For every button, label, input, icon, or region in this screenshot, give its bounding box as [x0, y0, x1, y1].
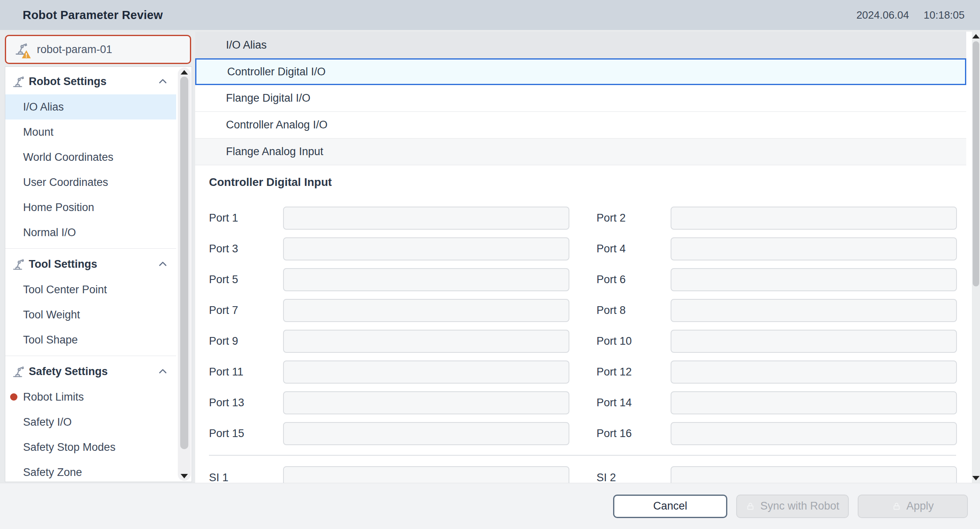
port-input-13[interactable]	[283, 391, 569, 414]
port-input-5[interactable]	[283, 268, 569, 291]
sidebar-item-label: Safety I/O	[23, 416, 72, 429]
tab-label: Flange Digital I/O	[226, 92, 311, 105]
footer-bar: Cancel Sync with Robot Apply	[0, 483, 980, 529]
scroll-down-icon[interactable]	[972, 476, 980, 480]
port-label: Port 6	[597, 273, 671, 286]
scroll-up-icon[interactable]	[181, 70, 188, 75]
section-tool-settings: Tool Settings Tool Center Point Tool Wei…	[5, 248, 176, 352]
sidebar-item-label: World Coordinates	[23, 151, 113, 164]
port-input-11[interactable]	[283, 360, 569, 384]
section-safety-settings: Safety Settings Robot Limits Safety I/O …	[5, 356, 176, 482]
lock-icon	[892, 501, 901, 511]
app-header: Robot Parameter Review 2024.06.04 10:18:…	[0, 0, 980, 30]
si-input-2[interactable]	[671, 466, 957, 483]
param-name-field[interactable]: robot-param-01	[5, 35, 191, 64]
chevron-up-icon[interactable]	[158, 76, 168, 87]
port-input-4[interactable]	[671, 237, 957, 260]
divider	[209, 455, 956, 456]
si-input-1[interactable]	[283, 466, 569, 483]
section-header-tool-settings[interactable]: Tool Settings	[5, 251, 176, 277]
sidebar-scrollbar-thumb[interactable]	[180, 77, 188, 449]
scroll-up-icon[interactable]	[972, 34, 980, 38]
main-panel: I/O Alias Controller Digital I/O Flange …	[195, 32, 972, 483]
robot-icon	[11, 257, 26, 271]
sidebar-item-mount[interactable]: Mount	[5, 119, 176, 145]
port-label: Port 7	[209, 304, 283, 317]
datetime: 2024.06.04 10:18:05	[856, 9, 965, 21]
sidebar-item-safety-stop-modes[interactable]: Safety Stop Modes	[5, 435, 176, 460]
tab-controller-digital-io[interactable]: Controller Digital I/O	[195, 58, 966, 85]
tab-controller-analog-io[interactable]: Controller Analog I/O	[195, 112, 966, 139]
port-grid: Port 1 Port 2 Port 3 Port 4 Port 5 Port …	[209, 207, 972, 445]
sync-with-robot-button[interactable]: Sync with Robot	[736, 495, 849, 518]
sidebar-item-io-alias[interactable]: I/O Alias	[5, 94, 176, 119]
robot-icon	[11, 74, 26, 89]
port-input-15[interactable]	[283, 422, 569, 445]
section-header-safety-settings[interactable]: Safety Settings	[5, 358, 176, 384]
sidebar-item-home-position[interactable]: Home Position	[5, 195, 176, 220]
port-input-3[interactable]	[283, 237, 569, 260]
sidebar-item-safety-io[interactable]: Safety I/O	[5, 410, 176, 435]
port-input-12[interactable]	[671, 360, 957, 384]
tab-flange-analog-input[interactable]: Flange Analog Input	[195, 139, 966, 165]
port-label: Port 13	[209, 397, 283, 409]
port-input-16[interactable]	[671, 422, 957, 445]
port-input-1[interactable]	[283, 207, 569, 230]
cancel-label: Cancel	[653, 500, 687, 512]
section-header-robot-settings[interactable]: Robot Settings	[5, 68, 176, 94]
port-label: Port 2	[597, 212, 671, 224]
scroll-down-icon[interactable]	[181, 474, 188, 478]
sidebar-item-label: Tool Weight	[23, 309, 80, 321]
sidebar-item-label: I/O Alias	[23, 101, 64, 113]
port-label: Port 1	[209, 212, 283, 224]
apply-button[interactable]: Apply	[858, 495, 968, 518]
sidebar-item-tool-center-point[interactable]: Tool Center Point	[5, 277, 176, 302]
sidebar-item-label: Normal I/O	[23, 226, 76, 239]
time-label: 10:18:05	[924, 9, 965, 21]
port-input-8[interactable]	[671, 299, 957, 322]
sidebar-item-user-coordinates[interactable]: User Coordinates	[5, 170, 176, 195]
sidebar-item-safety-zone[interactable]: Safety Zone	[5, 460, 176, 482]
port-label: Port 3	[209, 243, 283, 255]
port-input-2[interactable]	[671, 207, 957, 230]
sidebar-item-label: Robot Limits	[23, 391, 84, 403]
port-input-14[interactable]	[671, 391, 957, 414]
sidebar-item-world-coordinates[interactable]: World Coordinates	[5, 145, 176, 170]
param-name-value: robot-param-01	[37, 43, 112, 56]
port-label: SI 2	[597, 471, 671, 483]
sidebar-item-label: Safety Stop Modes	[23, 441, 115, 454]
cancel-button[interactable]: Cancel	[613, 495, 727, 518]
port-label: Port 10	[597, 335, 671, 348]
si-grid: SI 1 SI 2	[209, 466, 972, 483]
main-scrollbar[interactable]	[972, 32, 980, 483]
sidebar-item-tool-weight[interactable]: Tool Weight	[5, 302, 176, 327]
main-scrollbar-thumb[interactable]	[973, 41, 979, 286]
sidebar-item-label: Mount	[23, 126, 53, 139]
section-title: Safety Settings	[29, 365, 154, 378]
chevron-up-icon[interactable]	[158, 366, 168, 377]
port-input-7[interactable]	[283, 299, 569, 322]
port-label: Port 8	[597, 304, 671, 317]
alert-dot	[10, 393, 17, 401]
port-input-10[interactable]	[671, 330, 957, 353]
apply-label: Apply	[906, 500, 934, 512]
port-input-6[interactable]	[671, 268, 957, 291]
sidebar-item-label: Safety Zone	[23, 466, 82, 479]
port-label: Port 16	[597, 427, 671, 440]
page-title: Robot Parameter Review	[23, 9, 163, 22]
sidebar-item-normal-io[interactable]: Normal I/O	[5, 220, 176, 245]
port-input-9[interactable]	[283, 330, 569, 353]
sidebar-scrollbar[interactable]	[178, 68, 191, 481]
chevron-up-icon[interactable]	[158, 259, 168, 269]
tab-flange-digital-io[interactable]: Flange Digital I/O	[195, 85, 966, 112]
robot-icon	[11, 364, 26, 379]
sidebar-item-robot-limits[interactable]: Robot Limits	[5, 384, 176, 410]
section-title: Tool Settings	[29, 258, 154, 271]
tab-label: Controller Digital I/O	[227, 66, 326, 78]
port-label: Port 11	[209, 366, 283, 378]
sidebar-item-label: Tool Center Point	[23, 284, 107, 296]
port-label: Port 12	[597, 366, 671, 378]
sidebar-item-tool-shape[interactable]: Tool Shape	[5, 327, 176, 352]
sidebar-item-label: Tool Shape	[23, 334, 78, 346]
section-heading: Controller Digital Input	[209, 176, 972, 189]
